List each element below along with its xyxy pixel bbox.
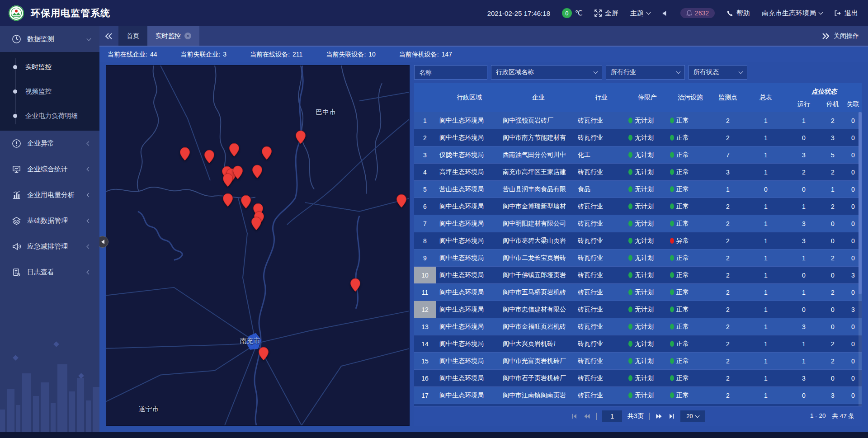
group-header-label: 点位状态 [787, 83, 862, 97]
sidebar-item-enterprise-abnormal[interactable]: 企业异常 [0, 131, 99, 156]
stat-label: 当前失联企业: [180, 51, 220, 59]
tabs-scroll-left-button[interactable] [99, 26, 118, 46]
facility-status-text: 正常 [676, 357, 689, 365]
table-row-15[interactable]: 16 阆中生态环境局 阆中市石子页岩机砖厂 砖瓦行业 无计划 [414, 370, 862, 387]
status-dot-icon [628, 375, 632, 381]
row-production-limit-cell: 无计划 [625, 232, 666, 249]
fullscreen-button[interactable]: 全屏 [594, 9, 618, 18]
help-button[interactable]: 帮助 [726, 9, 750, 18]
map-pin-11[interactable] [241, 195, 251, 209]
last-page-button[interactable] [668, 413, 675, 419]
industry-select[interactable]: 所有行业 [606, 65, 685, 80]
table-row-5[interactable]: 6 阆中生态环境局 阆中市金博瑞新型墙材 砖瓦行业 无计划 [414, 198, 862, 215]
prev-page-button[interactable] [583, 413, 591, 419]
table-row-10[interactable]: 11 阆中生态环境局 阆中市五马桥页岩机砖 砖瓦行业 无计划 [414, 284, 862, 301]
table-row-13[interactable]: 14 阆中生态环境局 阆中大兴页岩机砖厂 砖瓦行业 无计划 [414, 335, 862, 353]
status-select[interactable]: 所有状态 [689, 65, 747, 80]
row-total-meters-cell: 1 [745, 370, 787, 386]
sidebar-item-base-data[interactable]: 基础数据管理 [0, 208, 99, 234]
row-production-limit-cell: 无计划 [625, 284, 666, 301]
row-index-cell: 14 [414, 335, 436, 352]
row-monitor-points-cell: 1 [711, 181, 745, 198]
chevron-left-icon [87, 270, 91, 275]
first-page-button[interactable] [571, 413, 578, 419]
table-row-12[interactable]: 13 阆中生态环境局 阆中市金福旺页岩机砖 砖瓦行业 无计划 [414, 318, 862, 335]
map-pin-7[interactable] [232, 165, 243, 179]
page-size-select[interactable]: 20 [680, 410, 705, 422]
sidebar-item-label: 基础数据管理 [27, 217, 87, 225]
row-industry-cell: 砖瓦行业 [574, 232, 625, 249]
tab-realtime-monitoring[interactable]: 实时监控 × [147, 26, 199, 46]
row-facility-cell: 正常 [666, 112, 711, 129]
map-canvas[interactable]: 巴中市 南充市 遂宁市 [106, 65, 410, 426]
map-pin-0[interactable] [180, 147, 190, 161]
region-select[interactable]: 行政区域名称 [491, 65, 602, 80]
row-stopped-cell: 0 [821, 267, 844, 283]
row-index-cell: 16 [414, 370, 436, 386]
map-pin-14[interactable] [251, 217, 262, 231]
row-index-cell: 11 [414, 284, 436, 301]
sidebar-item-power-analysis[interactable]: 企业用电量分析 [0, 182, 99, 208]
theme-dropdown[interactable]: 主题 [630, 9, 650, 18]
map-pin-8[interactable] [223, 173, 233, 187]
location-pin-icon [223, 193, 233, 207]
close-operations-button[interactable]: 关闭操作 [822, 26, 868, 46]
map-pin-17[interactable] [258, 347, 269, 361]
table-row-3[interactable]: 4 高坪生态环境局 南充市高坪区王家店建 砖瓦行业 无计划 [414, 164, 862, 181]
map-pin-4[interactable] [296, 130, 306, 144]
map-pin-1[interactable] [204, 150, 214, 164]
name-search-input[interactable] [414, 65, 487, 80]
map-pin-2[interactable] [229, 143, 239, 157]
map-pin-10[interactable] [223, 193, 233, 207]
chevron-left-icon [87, 141, 91, 146]
org-dropdown[interactable]: 南充市生态环境局 [762, 9, 822, 18]
speaker-muted-icon [662, 10, 669, 17]
tab-home[interactable]: 首页 [118, 26, 147, 46]
sidebar-submenu: 实时监控 视频监控 企业电力负荷明细 [0, 52, 99, 131]
page-number-input[interactable] [602, 410, 622, 422]
notification-badge[interactable]: 2632 [680, 8, 715, 18]
status-dot-icon [670, 306, 674, 312]
sidebar-item-log-view[interactable]: 日志查看 [0, 259, 99, 285]
scrollbar-thumb[interactable] [859, 112, 862, 294]
table-row-1[interactable]: 2 阆中生态环境局 阆中市南方节能建材有 砖瓦行业 无计划 [414, 129, 862, 146]
stat-value: 3 [223, 51, 226, 59]
mute-button[interactable] [662, 10, 669, 17]
status-dot-icon [628, 272, 632, 278]
column-header-total-meters: 总表 [745, 83, 787, 112]
next-page-button[interactable] [655, 413, 663, 419]
map-pin-9[interactable] [252, 165, 263, 179]
facility-status-text: 正常 [676, 203, 689, 211]
map-pin-16[interactable] [350, 278, 361, 292]
logout-button[interactable]: 退出 [834, 9, 858, 18]
row-monitor-points-cell: 2 [711, 301, 745, 318]
stat-value: 44 [150, 51, 157, 59]
row-company-cell: 阆中明阳建材有限公司 [499, 215, 574, 232]
table-row-2[interactable]: 3 仪陇生态环境局 西南油气田分公司川中 化工 无计划 [414, 146, 862, 164]
facility-status-text: 正常 [676, 374, 689, 382]
row-company-cell: 营山县润丰肉食品有限 [499, 181, 574, 198]
table-row-8[interactable]: 9 阆中生态环境局 阆中市二龙长宝页岩砖 砖瓦行业 无计划 [414, 250, 862, 267]
table-row-0[interactable]: 1 阆中生态环境局 阆中强锐页岩砖厂 砖瓦行业 无计划 [414, 112, 862, 129]
table-row-16[interactable]: 17 阆中生态环境局 阆中市江南镇阆南页岩 砖瓦行业 无计划 [414, 387, 862, 404]
table-row-7[interactable]: 8 阆中生态环境局 阆中市枣碧大梁山页岩 砖瓦行业 无计划 [414, 232, 862, 250]
table-row-11[interactable]: 12 阆中生态环境局 阆中市忠信建材有限公 砖瓦行业 无计划 [414, 301, 862, 318]
tab-close-icon[interactable]: × [184, 33, 191, 39]
table-row-9[interactable]: 10 阆中生态环境局 阆中千佛镇五郎垭页岩 砖瓦行业 无计划 [414, 267, 862, 284]
table-row-6[interactable]: 7 阆中生态环境局 阆中明阳建材有限公司 砖瓦行业 无计划 [414, 215, 862, 232]
row-facility-cell: 正常 [666, 301, 711, 318]
map-pin-15[interactable] [396, 194, 406, 208]
table-row-14[interactable]: 15 阆中生态环境局 阆中市光富页岩机砖厂 砖瓦行业 无计划 [414, 353, 862, 370]
table-row-4[interactable]: 5 营山生态环境局 营山县润丰肉食品有限 食品 无计划 [414, 181, 862, 198]
sidebar-item-data-monitoring[interactable]: 数据监测 [0, 26, 99, 52]
sidebar-subitem-1[interactable]: 视频监控 [0, 79, 99, 104]
sidebar-item-emergency-reduction[interactable]: 应急减排管理 [0, 234, 99, 259]
map-pin-3[interactable] [262, 146, 272, 160]
row-running-cell: 1 [787, 335, 821, 352]
row-production-limit-cell: 无计划 [625, 370, 666, 386]
sidebar-item-enterprise-statistics[interactable]: 企业综合统计 [0, 156, 99, 182]
sidebar-subitem-2[interactable]: 企业电力负荷明细 [0, 104, 99, 128]
table-scrollbar[interactable] [859, 112, 862, 406]
sidebar-item-label: 企业用电量分析 [27, 191, 87, 199]
sidebar-subitem-0[interactable]: 实时监控 [0, 55, 99, 79]
